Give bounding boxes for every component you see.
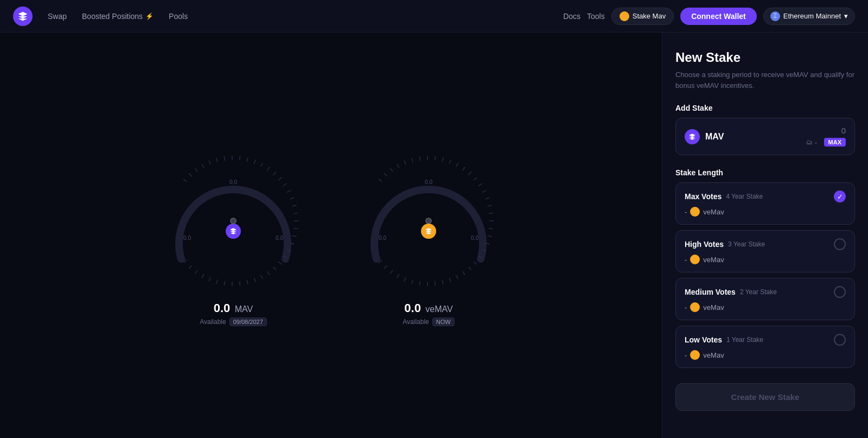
svg-line-11	[261, 163, 263, 167]
stake-option-max-header: Max Votes 4 Year Stake	[685, 191, 846, 202]
svg-line-39	[189, 265, 192, 268]
stake-option-low-value: - veMav	[685, 350, 846, 360]
nav-swap[interactable]: Swap	[48, 12, 67, 21]
svg-line-119	[397, 274, 399, 277]
stake-option-medium-title: Medium Votes	[685, 288, 736, 296]
nav-right: Docs Tools Stake Mav Connect Wallet Ξ Et…	[563, 8, 855, 25]
stake-option-max[interactable]: Max Votes 4 Year Stake - veMav	[675, 182, 855, 225]
chevron-down-icon: ▾	[844, 12, 848, 20]
svg-line-88	[419, 156, 420, 161]
stake-option-low[interactable]: Low Votes 1 Year Stake - veMav	[675, 326, 855, 368]
vemav-icon-low	[690, 350, 700, 360]
svg-line-10	[254, 160, 256, 164]
svg-line-98	[482, 190, 486, 192]
nav-links: Swap Boosted Positions ⚡ Pools	[48, 12, 188, 21]
wallet-icon: 🗂	[806, 138, 813, 146]
stake-option-low-title: Low Votes	[685, 335, 722, 344]
stake-options: Max Votes 4 Year Stake - veMav	[675, 182, 855, 368]
panel-title: New Stake	[675, 50, 855, 65]
svg-line-9	[247, 157, 248, 162]
svg-line-111	[456, 275, 458, 278]
vemav-gauge-label: 0.0 veMAV	[404, 301, 452, 315]
vemav-text-low: veMav	[703, 351, 724, 359]
svg-line-21	[293, 228, 298, 228]
stake-option-high[interactable]: High Votes 3 Year Stake - veMav	[675, 230, 855, 272]
vemav-gauge-right-label: 0.0	[471, 235, 478, 241]
stake-option-high-radio	[834, 238, 846, 250]
add-stake-section: Add Stake MAV 0 🗂 - M	[675, 104, 855, 155]
right-panel: New Stake Choose a staking period to rec…	[662, 33, 868, 438]
svg-line-85	[397, 164, 399, 168]
svg-line-91	[442, 157, 443, 162]
svg-line-31	[247, 280, 248, 284]
vemav-gauge: 0.0 0.0 0.0 0.0 veMAV Available NOW	[353, 145, 505, 326]
mav-gauge-date-badge: 09/08/2027	[229, 318, 267, 326]
navbar: Swap Boosted Positions ⚡ Pools Docs Tool…	[0, 0, 868, 33]
token-input-box[interactable]: MAV 0 🗂 - MAX	[675, 118, 855, 155]
eth-icon: Ξ	[770, 11, 780, 21]
stake-option-low-radio	[834, 334, 846, 346]
stake-length-label: Stake Length	[675, 168, 855, 177]
stake-mav-button[interactable]: Stake Mav	[611, 8, 674, 25]
svg-line-4	[209, 160, 210, 164]
vemav-icon-max	[690, 207, 700, 217]
stake-option-medium[interactable]: Medium Votes 2 Year Stake - veMav	[675, 278, 855, 320]
bolt-icon: ⚡	[145, 12, 154, 20]
svg-line-15	[283, 183, 287, 186]
stake-option-max-radio	[834, 191, 846, 202]
main-content: // Ticks generated inline via JS below 0…	[0, 33, 868, 438]
panel-subtitle: Choose a staking period to receive veMAV…	[675, 69, 855, 91]
svg-line-27	[273, 266, 276, 270]
stake-option-high-header: High Votes 3 Year Stake	[685, 238, 846, 250]
svg-line-101	[489, 213, 493, 213]
vemav-icon-medium	[690, 302, 700, 312]
svg-line-6	[224, 156, 225, 161]
svg-line-87	[412, 158, 413, 162]
svg-line-17	[290, 197, 294, 199]
svg-line-1	[189, 173, 192, 176]
svg-line-29	[261, 275, 263, 278]
tools-link[interactable]: Tools	[587, 12, 605, 21]
mav-gauge-center-dot	[230, 218, 237, 224]
mav-gauge-icon	[226, 224, 241, 239]
svg-line-104	[488, 236, 492, 237]
vemav-gauge-icon	[421, 224, 436, 239]
svg-line-8	[240, 156, 240, 160]
mav-gauge-left-label: 0.0	[183, 235, 191, 241]
svg-line-83	[384, 173, 387, 176]
stake-option-low-period: 1 Year Stake	[726, 336, 763, 344]
svg-line-92	[449, 160, 451, 164]
network-selector-button[interactable]: Ξ Ethereum Mainnet ▾	[763, 8, 855, 25]
svg-line-14	[278, 177, 282, 180]
nav-pools[interactable]: Pools	[169, 12, 188, 21]
docs-link[interactable]: Docs	[563, 12, 580, 21]
stake-option-high-title: High Votes	[685, 240, 724, 249]
mav-gauge: // Ticks generated inline via JS below 0…	[157, 145, 309, 326]
svg-line-34	[224, 281, 225, 285]
vemav-text-medium: veMav	[703, 303, 724, 312]
svg-line-36	[209, 277, 210, 281]
svg-line-86	[404, 160, 406, 164]
svg-line-37	[202, 274, 204, 277]
svg-line-94	[463, 167, 465, 170]
max-button[interactable]: MAX	[824, 138, 846, 147]
stake-option-medium-header: Medium Votes 2 Year Stake	[685, 286, 846, 298]
logo[interactable]	[13, 7, 33, 26]
svg-line-99	[486, 197, 489, 199]
svg-line-16	[287, 190, 291, 192]
create-new-stake-button[interactable]: Create New Stake	[675, 383, 855, 411]
stake-option-max-period: 4 Year Stake	[726, 193, 763, 200]
svg-line-84	[390, 168, 393, 171]
svg-line-0	[183, 179, 187, 181]
add-stake-label: Add Stake	[675, 104, 855, 112]
nav-boosted-positions[interactable]: Boosted Positions ⚡	[82, 12, 154, 21]
svg-line-32	[240, 281, 240, 285]
svg-line-38	[195, 270, 197, 273]
svg-line-19	[293, 213, 298, 213]
token-name: MAV	[705, 132, 724, 142]
connect-wallet-button[interactable]: Connect Wallet	[680, 8, 757, 25]
svg-line-30	[254, 278, 256, 282]
svg-line-26	[278, 261, 282, 264]
svg-line-109	[468, 266, 471, 270]
vemav-gauge-top-label: 0.0	[425, 179, 432, 185]
